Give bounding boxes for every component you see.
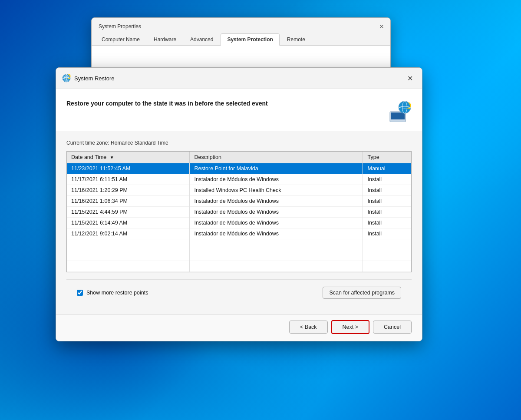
table-row-empty [67, 239, 411, 250]
table-row-empty [67, 250, 411, 261]
sys-props-titlebar: System Properties ✕ [92, 18, 390, 30]
table-row[interactable]: 11/16/2021 1:20:29 PMInstalled Windows P… [67, 185, 411, 196]
show-more-label: Show more restore points [86, 290, 148, 296]
next-button[interactable]: Next > [331, 320, 369, 334]
table-row[interactable]: 11/23/2021 11:52:45 AMRestore Point for … [67, 163, 411, 174]
col-header-type[interactable]: Type [363, 152, 411, 163]
restore-dialog-header: Restore your computer to the state it wa… [56, 89, 422, 131]
restore-dialog-body: Current time zone: Romance Standard Time… [56, 131, 422, 314]
system-restore-dialog: System Restore ✕ Restore your computer t… [56, 67, 422, 341]
table-row[interactable]: 11/12/2021 9:02:14 AMInstalador de Módul… [67, 228, 411, 239]
tabs-row: Computer Name Hardware Advanced System P… [92, 30, 390, 46]
restore-header-computer-icon [389, 99, 412, 122]
table-row-empty [67, 261, 411, 272]
scan-for-affected-button[interactable]: Scan for affected programs [323, 287, 401, 299]
sort-arrow-date: ▼ [110, 155, 114, 160]
tab-system-protection[interactable]: System Protection [221, 33, 279, 46]
restore-titlebar: System Restore ✕ [56, 68, 422, 89]
tab-advanced[interactable]: Advanced [184, 33, 220, 45]
restore-icon [62, 74, 71, 83]
show-more-row: Show more restore points [77, 290, 148, 296]
show-more-checkbox[interactable] [77, 290, 83, 296]
restore-titlebar-left: System Restore [62, 74, 114, 83]
restore-dialog-title: System Restore [74, 75, 114, 82]
table-row[interactable]: 11/16/2021 1:06:34 PMInstalador de Módul… [67, 196, 411, 207]
table-row[interactable]: 11/15/2021 4:44:59 PMInstalador de Módul… [67, 207, 411, 218]
tab-computer-name[interactable]: Computer Name [95, 33, 146, 45]
sys-props-close-button[interactable]: ✕ [378, 23, 385, 30]
svg-rect-4 [391, 112, 405, 119]
col-header-date[interactable]: Date and Time ▼ [67, 152, 190, 163]
restore-bottom-bar: Show more restore points Scan for affect… [66, 279, 412, 306]
restore-points-table: Date and Time ▼ Description Type 11/23/2… [67, 152, 411, 272]
sys-props-title: System Properties [99, 23, 141, 30]
table-row[interactable]: 11/17/2021 6:11:51 AMInstalador de Módul… [67, 174, 411, 185]
restore-header-text: Restore your computer to the state it wa… [66, 99, 268, 108]
tab-hardware[interactable]: Hardware [147, 33, 183, 45]
system-properties-window: System Properties ✕ Computer Name Hardwa… [91, 17, 391, 72]
restore-dialog-footer: < Back Next > Cancel [56, 314, 422, 341]
restore-points-table-wrapper: Date and Time ▼ Description Type 11/23/2… [66, 151, 412, 272]
restore-dialog-close-button[interactable]: ✕ [404, 72, 416, 84]
back-button[interactable]: < Back [289, 321, 328, 334]
cancel-button[interactable]: Cancel [373, 321, 412, 334]
col-header-description[interactable]: Description [190, 152, 363, 163]
table-row[interactable]: 11/15/2021 6:14:49 AMInstalador de Módul… [67, 218, 411, 228]
timezone-label: Current time zone: Romance Standard Time [66, 140, 412, 146]
tab-remote[interactable]: Remote [280, 33, 312, 45]
